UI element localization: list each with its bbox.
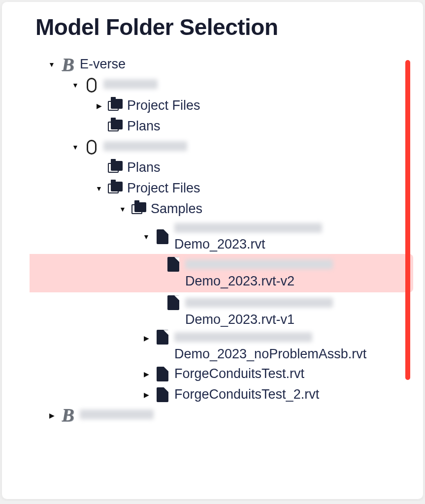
file-name: ForgeConduitsTest.rvt [172,366,304,382]
tree-file-row[interactable]: ▶ Demo_2023_noProblemAssb.rvt [26,329,413,363]
tree-folder-row[interactable]: ▶ Plans [26,158,413,178]
chevron-down-icon[interactable]: ▼ [140,233,153,240]
folder-label: Plans [125,118,161,135]
chevron-right-icon[interactable]: ▶ [45,412,58,419]
tree-file-row[interactable]: ▼ Demo_2023.rvt [26,220,413,254]
project-label-redacted [101,139,187,156]
scrollbar[interactable] [405,60,410,380]
folder-icon [108,120,123,133]
project-label-redacted [101,77,158,94]
file-icon [157,229,168,244]
tree-hub-row[interactable]: ▶ B [26,405,413,426]
tree-hub-row[interactable]: ▼ B E-verse [26,54,413,75]
folder-label: Project Files [125,97,200,114]
file-name: Demo_2023_noProblemAssb.rvt [174,346,366,361]
hub-icon: B [62,408,74,422]
project-icon [87,140,97,155]
folder-label: Plans [125,159,161,176]
folder-icon [108,161,123,175]
tree-file-row[interactable]: ▶ ForgeConduitsTest_2.rvt [26,384,413,405]
file-icon [167,257,179,272]
file-name: Demo_2023.rvt [174,237,265,252]
chevron-right-icon[interactable]: ▶ [140,391,153,398]
tree-project-row[interactable]: ▼ [26,75,413,95]
chevron-down-icon[interactable]: ▼ [45,61,58,68]
tree-file-version-row-selected[interactable]: Demo_2023.rvt-v2 [30,254,413,292]
chevron-down-icon[interactable]: ▼ [116,206,129,213]
file-version-label: Demo_2023.rvt-v1 [183,295,333,328]
chevron-down-icon[interactable]: ▼ [69,144,82,151]
tree-folder-row[interactable]: ▼ Samples [26,199,413,220]
chevron-down-icon[interactable]: ▼ [69,82,82,89]
tree-file-row[interactable]: ▶ ForgeConduitsTest.rvt [26,364,413,384]
file-icon [167,295,179,310]
file-version-name: Demo_2023.rvt-v1 [185,312,294,327]
tree-folder-row[interactable]: ▶ Plans [26,116,413,137]
file-icon [157,330,168,345]
chevron-right-icon[interactable]: ▶ [93,102,105,109]
tree-folder-row[interactable]: ▼ Project Files [26,178,413,199]
model-tree: ▼ B E-verse ▼ ▶ Project Files ▶ Plans ▼ [26,54,413,426]
folder-selection-panel: Model Folder Selection ▼ B E-verse ▼ ▶ P… [2,2,423,499]
tree-file-version-row[interactable]: Demo_2023.rvt-v1 [30,292,413,329]
tree-project-row[interactable]: ▼ [26,137,413,158]
chevron-right-icon[interactable]: ▶ [140,371,153,378]
project-icon [87,78,97,93]
file-version-name: Demo_2023.rvt-v2 [185,274,294,288]
folder-icon [131,202,146,216]
file-label: Demo_2023.rvt [172,220,322,253]
hub-label: E-verse [78,56,126,73]
folder-label: Samples [149,201,202,218]
file-icon [157,367,168,381]
folder-label: Project Files [125,180,200,197]
file-version-label: Demo_2023.rvt-v2 [183,257,333,289]
chevron-down-icon[interactable]: ▼ [93,185,105,192]
hub-label-redacted [78,407,154,424]
file-label: Demo_2023_noProblemAssb.rvt [172,330,366,362]
hub-icon: B [62,57,74,72]
tree-folder-row[interactable]: ▶ Project Files [26,95,413,116]
chevron-right-icon[interactable]: ▶ [140,335,153,342]
file-icon [157,387,168,402]
page-title: Model Folder Selection [35,14,413,40]
folder-icon [108,182,123,195]
file-name: ForgeConduitsTest_2.rvt [172,386,319,403]
folder-icon [108,99,123,113]
